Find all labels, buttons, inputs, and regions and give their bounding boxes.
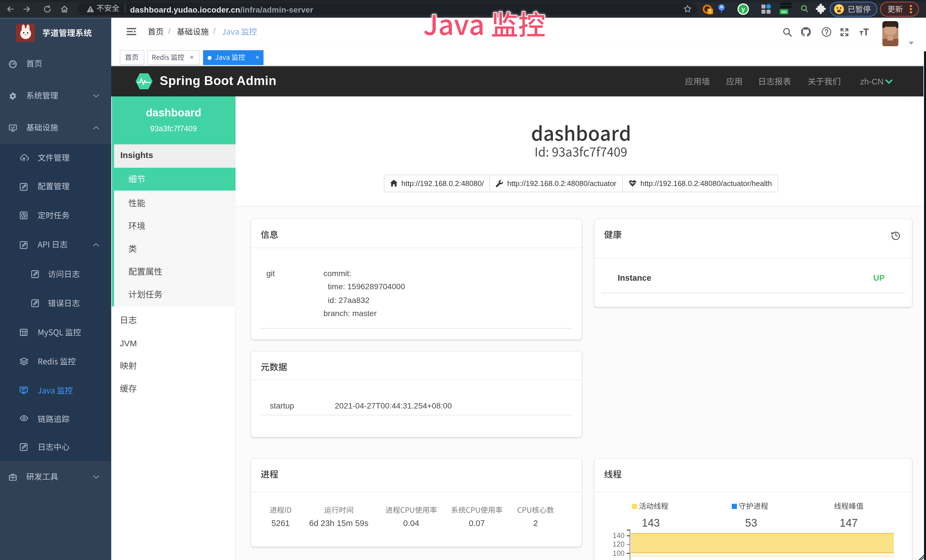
svg-text:on: on (781, 9, 787, 14)
